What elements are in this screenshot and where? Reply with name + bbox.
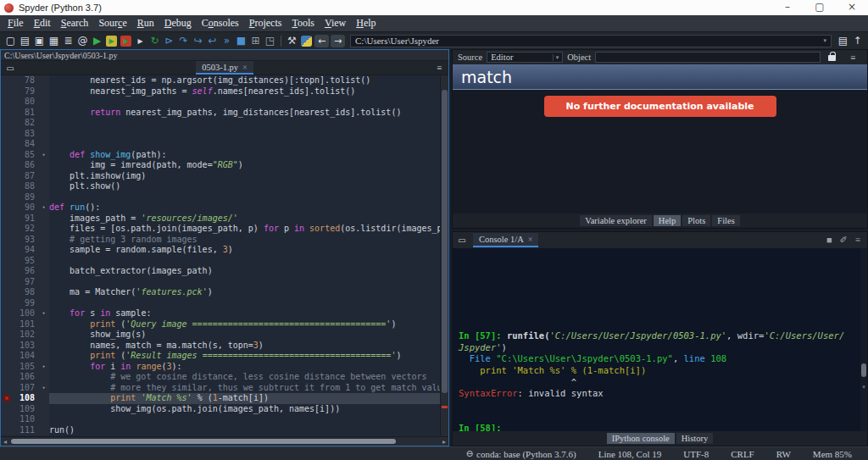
line-number[interactable]: 85 [1,150,38,161]
code-text[interactable]: plt.show() [49,181,440,192]
line-number[interactable]: 81 [1,108,38,119]
line-number[interactable]: 95 [1,256,38,267]
source-select[interactable]: Editor ▾ [487,52,563,63]
save-all-icon[interactable]: ▦ [47,34,61,48]
browse-tabs-icon[interactable]: ▭ [1,64,19,73]
code-text[interactable]: names, match = ma.match(s, topn=3) [49,341,440,352]
code-text[interactable]: for s in sample: [49,308,440,319]
continue-icon[interactable]: » [220,34,234,48]
editor-horizontal-scrollbar[interactable]: ◂ ▸ [1,436,448,446]
tab-close-icon[interactable]: × [528,235,533,244]
tab-help[interactable]: Help [654,215,681,226]
fold-arrow-icon[interactable]: ▾ [38,150,49,161]
step-into-icon[interactable]: ↪ [191,34,205,48]
code-analysis-icon[interactable]: @ [75,34,90,48]
fold-arrow-icon[interactable]: ▾ [38,383,49,394]
line-number[interactable]: 110 [1,414,38,425]
menu-search[interactable]: Search [56,17,94,30]
scrollbar-thumb[interactable] [11,439,396,444]
fullscreen-icon[interactable]: ◳ [263,34,277,48]
line-number[interactable]: 99 [1,298,38,309]
line-number[interactable]: 94 [1,245,38,256]
tab-variable-explorer[interactable]: Variable explorer [580,215,652,226]
code-text[interactable]: print ('Result images ==================… [49,351,440,362]
help-options-icon[interactable]: ≡ [843,53,862,63]
tab-close-icon[interactable]: × [242,63,248,72]
code-text[interactable] [49,139,440,150]
menu-consoles[interactable]: Consoles [197,17,244,30]
menu-help[interactable]: Help [351,17,381,30]
file-switcher-icon[interactable]: ≣ [61,34,75,48]
tools-icon[interactable]: ⚒ [285,34,299,48]
window-layout-icon[interactable]: ⊞ [248,34,263,48]
code-text[interactable]: def run(): [49,202,440,213]
line-number[interactable]: 80 [1,97,38,108]
console-output[interactable]: In [57]: runfile('C:/Users/User/Jspyder/… [453,248,867,431]
line-number[interactable]: 91 [1,213,38,224]
editor-code-area[interactable]: 78 nearest_ids = np.argsort(img_distance… [1,75,440,436]
line-number[interactable]: 86 [1,160,38,171]
code-text[interactable] [49,298,440,309]
chevron-down-icon[interactable]: ▾ [823,37,826,44]
lock-icon[interactable] [828,55,836,61]
line-number[interactable]: 111 [1,425,38,436]
browse-tabs-icon[interactable]: ▭ [453,236,471,245]
line-number[interactable]: 96 [1,266,38,277]
line-number[interactable]: 102 [1,330,38,341]
parent-dir-icon[interactable]: ↑ [850,34,865,48]
menu-view[interactable]: View [320,17,351,30]
step-over-icon[interactable]: ↷ [176,34,191,48]
code-text[interactable]: images_path = 'resources/images/' [49,213,440,224]
code-text[interactable]: # more they similar, thus we subtruct it… [49,383,440,394]
code-text[interactable]: print 'Match %s' % (1-match[i]) [49,393,440,404]
code-text[interactable]: # getting 3 random images [49,235,440,246]
editor-line[interactable]: 106 # we got cosine distance, less cosin… [1,372,440,383]
code-text[interactable]: plt.imshow(img) [49,171,440,182]
editor-line[interactable]: 83 [1,129,440,140]
editor-line[interactable]: 98 ma = Matcher('features.pck') [1,287,440,298]
line-number[interactable]: 84 [1,139,38,150]
editor-line[interactable]: 78 nearest_ids = np.argsort(img_distance… [1,75,440,86]
run-icon[interactable]: ▶ [90,34,104,48]
editor-line[interactable]: 90▾def run(): [1,202,440,213]
code-text[interactable] [49,192,440,203]
line-number[interactable]: 103 [1,341,38,352]
menu-source[interactable]: Source [93,17,131,30]
run-cell-advance-icon[interactable]: ▶ [120,36,131,47]
menu-debug[interactable]: Debug [159,17,197,30]
code-text[interactable]: ma = Matcher('features.pck') [49,287,440,298]
editor-line[interactable]: 109 show_img(os.path.join(images_path, n… [1,404,440,415]
code-text[interactable]: files = [os.path.join(images_path, p) fo… [49,224,440,235]
remove-variables-icon[interactable]: ✐ [840,235,848,246]
code-text[interactable]: print ('Query image ====================… [49,319,440,330]
editor-line[interactable]: 79 nearest_img_paths = self.names[neares… [1,86,440,97]
scrollbar-thumb[interactable] [442,90,448,393]
menu-edit[interactable]: Edit [29,17,56,30]
editor-line[interactable]: 111run() [1,425,440,436]
code-text[interactable]: batch_extractor(images_path) [49,266,440,277]
console-tab[interactable]: Console 1/A × [473,233,538,247]
editor-line[interactable]: 88 plt.show() [1,181,440,192]
code-text[interactable] [49,256,440,267]
line-number[interactable]: 100 [1,308,38,319]
restart-kernel-icon[interactable]: ↻ [147,34,162,48]
working-directory-input[interactable]: C:\Users\User\Jspyder ▾ [350,35,832,47]
code-text[interactable] [49,118,440,129]
editor-line[interactable]: 104 print ('Result images ==============… [1,351,440,362]
new-file-icon[interactable]: ▢ [3,34,18,48]
code-text[interactable]: for i in range(3): [49,362,440,373]
close-icon[interactable]: × [836,0,868,15]
minimize-icon[interactable]: – [771,0,804,15]
line-number[interactable]: 108 [1,393,38,404]
code-text[interactable] [49,129,440,140]
step-return-icon[interactable]: ↩ [205,34,220,48]
kernel-status-icon[interactable]: ■ [826,235,832,246]
menu-file[interactable]: File [3,17,29,30]
run-selection-icon[interactable]: ▸ [133,34,147,48]
editor-line[interactable]: 82 [1,118,440,129]
options-menu-icon[interactable]: ≡ [855,235,860,246]
code-text[interactable] [49,277,440,288]
editor-line[interactable]: 95 [1,256,440,267]
line-number[interactable]: 82 [1,118,38,129]
editor-line[interactable]: 100▾ for s in sample: [1,308,440,319]
